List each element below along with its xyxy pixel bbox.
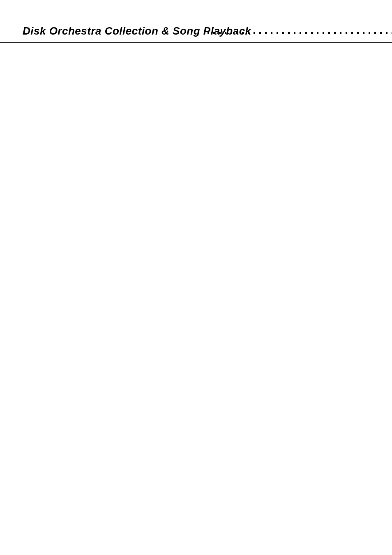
page-header: Disk Orchestra Collection & Song Playbac… [0, 0, 392, 43]
page-title: Disk Orchestra Collection & Song Playbac… [23, 25, 251, 37]
header-dots [205, 32, 392, 34]
